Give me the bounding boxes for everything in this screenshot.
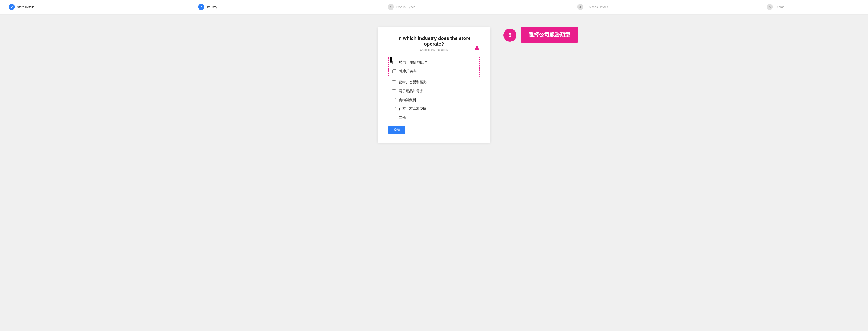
option-6-label[interactable]: 住家、家具和花園: [399, 107, 427, 111]
step-5-label: Theme: [775, 5, 784, 9]
option-7-checkbox[interactable]: [392, 116, 396, 120]
option-1-checkbox[interactable]: [392, 61, 396, 64]
option-3-item[interactable]: 藝術、音樂和攝影: [390, 78, 478, 87]
option-3-checkbox[interactable]: [392, 80, 396, 85]
step-4-number: 4: [579, 5, 581, 9]
step-2: 2 Industry: [198, 4, 291, 10]
step-3-number: 3: [390, 5, 392, 9]
step-5-number: 5: [769, 5, 771, 9]
step-4-label: Business Details: [586, 5, 608, 9]
highlighted-selection-box: 時尚、服飾和配件 健康與美容: [389, 57, 479, 77]
annotation-badge: 5: [503, 29, 517, 42]
step-1-circle: ✓: [9, 4, 15, 10]
option-2-label[interactable]: 健康與美容: [399, 69, 416, 73]
step-5: 5 Theme: [767, 4, 859, 10]
option-5-item[interactable]: 食物與飲料: [390, 96, 478, 104]
option-7-item[interactable]: 其他: [390, 113, 478, 122]
step-1-label: Store Details: [17, 5, 34, 9]
step-4: 4 Business Details: [577, 4, 670, 10]
option-4-checkbox[interactable]: [392, 89, 396, 93]
option-4-item[interactable]: 電子用品和電腦: [390, 87, 478, 96]
step-1: ✓ Store Details: [9, 4, 101, 10]
main-content: In which industry does the store operate…: [0, 14, 868, 331]
step-3-label: Product Types: [396, 5, 415, 9]
option-5-label[interactable]: 食物與飲料: [399, 98, 416, 102]
step-5-circle: 5: [767, 4, 773, 10]
option-5-checkbox[interactable]: [392, 98, 396, 102]
annotation-arrow: [470, 46, 484, 59]
option-6-item[interactable]: 住家、家具和花園: [390, 104, 478, 113]
option-7-label[interactable]: 其他: [399, 115, 406, 120]
continue-button[interactable]: 繼續: [389, 126, 405, 134]
step-2-number: 2: [200, 5, 202, 9]
annotation-box: 選擇公司服務類型: [521, 27, 578, 42]
stepper: ✓ Store Details 2 Industry 3 Product Typ…: [0, 0, 868, 14]
industry-card: In which industry does the store operate…: [378, 27, 490, 143]
option-4-label[interactable]: 電子用品和電腦: [399, 89, 423, 94]
step-3: 3 Product Types: [388, 4, 480, 10]
annotation-area: 5 選擇公司服務類型: [503, 27, 578, 42]
option-3-label[interactable]: 藝術、音樂和攝影: [399, 80, 427, 85]
card-subtitle: Choose any that apply: [389, 48, 479, 52]
option-1-label[interactable]: 時尚、服飾和配件: [399, 60, 427, 65]
step-3-circle: 3: [388, 4, 394, 10]
card-title: In which industry does the store operate…: [389, 36, 479, 47]
option-2-item[interactable]: 健康與美容: [391, 67, 477, 76]
option-2-checkbox[interactable]: [392, 69, 396, 73]
step-2-label: Industry: [206, 5, 217, 9]
step-2-circle: 2: [198, 4, 204, 10]
checkmark-icon: ✓: [11, 5, 13, 9]
options-list: 藝術、音樂和攝影 電子用品和電腦 食物與飲料 住家、家具和花園 其他: [389, 78, 479, 122]
option-6-checkbox[interactable]: [392, 107, 396, 111]
option-1-item[interactable]: 時尚、服飾和配件: [391, 58, 477, 67]
step-4-circle: 4: [577, 4, 583, 10]
